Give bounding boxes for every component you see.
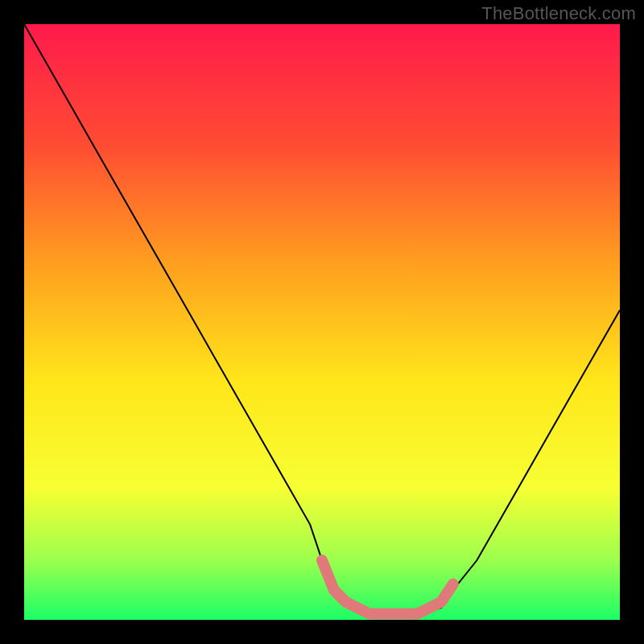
plot-area xyxy=(24,24,620,620)
gradient-background xyxy=(24,24,620,620)
chart-frame: TheBottleneck.com xyxy=(0,0,644,644)
watermark-text: TheBottleneck.com xyxy=(481,3,636,24)
chart-svg xyxy=(24,24,620,620)
